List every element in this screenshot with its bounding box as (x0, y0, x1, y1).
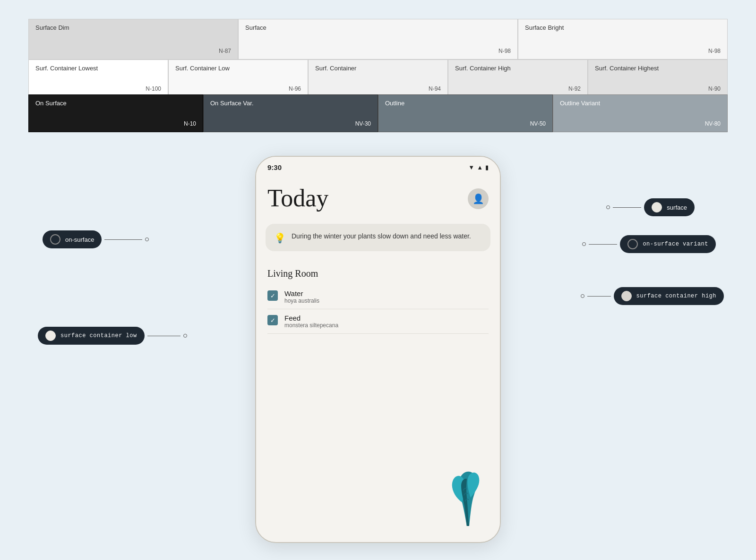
color-cell-on-surface: On Surface N-10 (28, 94, 203, 132)
annotation-dot (145, 238, 149, 241)
task-name: Water (284, 289, 489, 297)
annotation-label: surface container high (636, 293, 716, 299)
annotation-label: on-surface (65, 236, 94, 243)
battery-icon: ▮ (485, 164, 489, 171)
annotation-on-surface: on-surface (43, 230, 149, 248)
color-value: N-92 (568, 85, 581, 92)
task-checkbox-2[interactable]: ✓ (267, 315, 278, 325)
color-table: Surface Dim N-87 Surface N-98 Surface Br… (28, 19, 728, 120)
task-name: Feed (284, 314, 489, 322)
color-cell-container-lowest: Surf. Container Lowest N-100 (28, 59, 168, 97)
color-label: Surf. Container Highest (595, 65, 721, 72)
color-cell-container-low: Surf. Container Low N-96 (168, 59, 308, 97)
avatar: 👤 (468, 188, 489, 209)
section-label: Living Room (256, 259, 500, 281)
annotation-line (587, 296, 611, 297)
annotation-pill-surface: surface (644, 198, 695, 216)
status-bar: 9:30 ▼ ▲ ▮ (256, 157, 500, 175)
color-cell-container-highest: Surf. Container Highest N-90 (588, 59, 728, 97)
annotation-line (613, 207, 641, 208)
task-text-1: Water hoya australis (284, 289, 489, 304)
person-icon: 👤 (472, 193, 484, 204)
color-label: Outline Variant (560, 100, 721, 107)
color-label: Surf. Container Low (175, 65, 301, 72)
status-icons: ▼ ▲ ▮ (468, 164, 489, 171)
annotation-label: surface (667, 204, 687, 211)
annotation-pill-surface-container-high: surface container high (614, 287, 724, 305)
task-item: ✓ Water hoya australis (267, 285, 489, 309)
annotation-pill-on-surface: on-surface (43, 230, 102, 248)
color-label: Surf. Container Lowest (35, 65, 161, 72)
color-label: On Surface Var. (210, 100, 371, 107)
color-label: On Surface (35, 100, 196, 107)
annotation-surface-container-high: surface container high (581, 287, 724, 305)
pill-circle-icon (627, 239, 638, 249)
color-value: N-87 (219, 48, 231, 54)
annotation-surface: surface (606, 198, 695, 216)
annotation-surface-container-low: surface container low (38, 327, 187, 345)
color-cell-surface-dim: Surface Dim N-87 (28, 19, 238, 59)
annotation-pill-surface-container-low: surface container low (38, 327, 145, 345)
color-cell-surface-bright: Surface Bright N-98 (518, 19, 728, 59)
color-cell-container-high: Surf. Container High N-92 (448, 59, 588, 97)
color-label: Surface Dim (35, 24, 231, 31)
phone-mockup-container: 9:30 ▼ ▲ ▮ Today 👤 💡 During the winter y… (255, 156, 501, 543)
annotation-line (589, 244, 617, 245)
phone-page-title: Today (267, 185, 328, 212)
task-subtitle: monstera siltepecana (284, 322, 489, 329)
color-value: NV-80 (705, 120, 721, 127)
pill-circle-icon (50, 234, 60, 245)
plant-illustration (443, 465, 490, 533)
color-label: Outline (385, 100, 546, 107)
wifi-icon: ▼ (468, 164, 474, 171)
color-cell-container: Surf. Container N-94 (308, 59, 448, 97)
annotation-line (147, 336, 180, 336)
phone-header: Today 👤 (256, 175, 500, 216)
color-value: N-98 (708, 48, 721, 54)
color-cell-on-surface-variant: On Surface Var. NV-30 (203, 94, 378, 132)
info-card: 💡 During the winter your plants slow dow… (266, 224, 490, 251)
color-label: Surface (245, 24, 511, 31)
annotation-dot (581, 294, 584, 298)
annotation-label: surface container low (60, 332, 137, 339)
color-value: N-10 (184, 120, 196, 127)
pill-circle-icon (621, 291, 632, 301)
lightbulb-icon: 💡 (274, 232, 286, 244)
signal-icon: ▲ (477, 164, 483, 171)
task-subtitle: hoya australis (284, 297, 489, 304)
plant-svg (443, 465, 490, 531)
color-value: N-96 (289, 85, 301, 92)
annotation-line (104, 239, 142, 240)
phone-content: Today 👤 💡 During the winter your plants … (256, 175, 500, 537)
color-value: N-100 (146, 85, 161, 92)
task-text-2: Feed monstera siltepecana (284, 314, 489, 329)
annotation-dot (606, 205, 610, 209)
color-value: N-90 (708, 85, 721, 92)
task-item-2: ✓ Feed monstera siltepecana (267, 309, 489, 334)
checkmark-icon: ✓ (270, 292, 275, 299)
color-value: N-98 (498, 48, 511, 54)
annotation-pill-on-surface-variant: on-surface variant (620, 235, 716, 253)
pill-circle-icon (45, 331, 56, 341)
annotation-on-surface-variant: on-surface variant (582, 235, 716, 253)
annotation-label: on-surface variant (643, 241, 708, 247)
color-value: N-94 (429, 85, 441, 92)
color-cell-outline-variant: Outline Variant NV-80 (553, 94, 728, 132)
task-checkbox-1[interactable]: ✓ (267, 290, 278, 301)
annotation-dot (582, 242, 586, 246)
color-value: NV-30 (355, 120, 371, 127)
status-time: 9:30 (267, 163, 282, 171)
task-list: ✓ Water hoya australis ✓ Feed monstera s… (256, 281, 500, 338)
annotation-dot (183, 334, 187, 338)
checkmark-icon: ✓ (270, 317, 275, 324)
pill-circle-icon (652, 202, 662, 212)
color-label: Surf. Container (315, 65, 441, 72)
info-card-text: During the winter your plants slow down … (292, 231, 471, 241)
color-label: Surf. Container High (455, 65, 581, 72)
color-label: Surface Bright (525, 24, 721, 31)
color-cell-outline: Outline NV-50 (378, 94, 553, 132)
color-cell-surface: Surface N-98 (238, 19, 518, 59)
color-value: NV-50 (530, 120, 546, 127)
phone-frame: 9:30 ▼ ▲ ▮ Today 👤 💡 During the winter y… (255, 156, 501, 543)
